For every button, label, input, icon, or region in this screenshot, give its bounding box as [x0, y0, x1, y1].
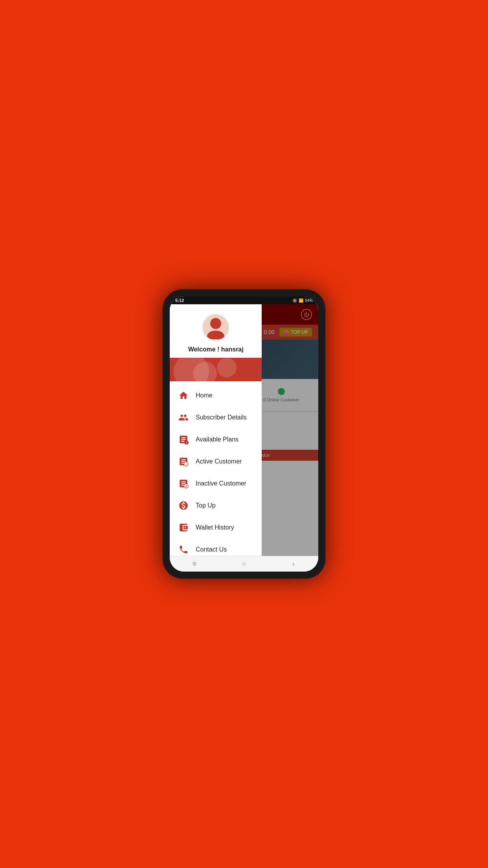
menu-item-available-plans[interactable]: ! Available Plans: [170, 428, 262, 451]
menu-item-top-up[interactable]: Top Up: [170, 495, 262, 517]
phone-frame: 5:12 🔇 📶 54% ⏻ 0.00 👛 TOP UP: [163, 289, 325, 579]
svg-text:!: !: [186, 441, 187, 445]
menu-item-wallet-history[interactable]: Wallet History: [170, 517, 262, 539]
menu-item-contact-us[interactable]: Contact Us: [170, 539, 262, 556]
wallet-history-label: Wallet History: [196, 524, 234, 531]
active-customer-label: Active Customer: [196, 458, 242, 465]
available-plans-label: Available Plans: [196, 436, 238, 443]
menu-item-subscriber-details[interactable]: Subscriber Details: [170, 406, 262, 428]
contact-icon: [178, 544, 189, 555]
wallet-icon: [178, 522, 189, 533]
home-nav-button[interactable]: ○: [236, 556, 252, 572]
menu-item-active-customer[interactable]: ✓ Active Customer: [170, 451, 262, 473]
wifi-icon: 📶: [299, 298, 303, 303]
home-label: Home: [196, 392, 213, 399]
menu-nav-button[interactable]: ≡: [187, 556, 202, 572]
decor-circle-2: [193, 362, 217, 381]
avatar: [202, 314, 229, 341]
battery-label: 54%: [305, 298, 313, 303]
back-nav-button[interactable]: ‹: [286, 556, 301, 572]
home-icon: [178, 390, 189, 401]
side-drawer: Welcome ! hansraj Home: [170, 304, 262, 556]
svg-point-0: [210, 318, 221, 329]
inactive-customer-icon: ✗: [178, 478, 189, 489]
status-bar: 5:12 🔇 📶 54%: [170, 296, 318, 304]
subscribers-icon: [178, 412, 189, 423]
drawer-profile: Welcome ! hansraj: [176, 314, 255, 358]
svg-text:✗: ✗: [185, 485, 188, 489]
person-silhouette: [204, 316, 227, 339]
subscriber-details-label: Subscriber Details: [196, 414, 247, 421]
plans-icon: !: [178, 434, 189, 445]
status-icons: 🔇 📶 54%: [292, 298, 313, 303]
menu-item-inactive-customer[interactable]: ✗ Inactive Customer: [170, 473, 262, 495]
welcome-text: Welcome ! hansraj: [188, 346, 244, 353]
active-customer-icon: ✓: [178, 456, 189, 467]
topup-icon: [178, 500, 189, 511]
drawer-header: Welcome ! hansraj: [170, 304, 262, 358]
phone-screen: 5:12 🔇 📶 54% ⏻ 0.00 👛 TOP UP: [170, 296, 318, 572]
decor-circle-3: [217, 358, 237, 377]
inactive-customer-label: Inactive Customer: [196, 480, 246, 487]
svg-text:✓: ✓: [185, 463, 188, 467]
header-decoration: [170, 358, 262, 381]
status-time: 5:12: [175, 298, 184, 303]
menu-list: Home Subscriber Details ! A: [170, 381, 262, 556]
svg-point-1: [207, 331, 224, 339]
top-up-label: Top Up: [196, 502, 216, 509]
bottom-nav: ≡ ○ ‹: [170, 556, 318, 572]
menu-item-home[interactable]: Home: [170, 384, 262, 406]
contact-us-label: Contact Us: [196, 546, 227, 553]
content-area: ⏻ 0.00 👛 TOP UP ☰ Customer List: [170, 304, 318, 556]
mute-icon: 🔇: [292, 298, 297, 303]
